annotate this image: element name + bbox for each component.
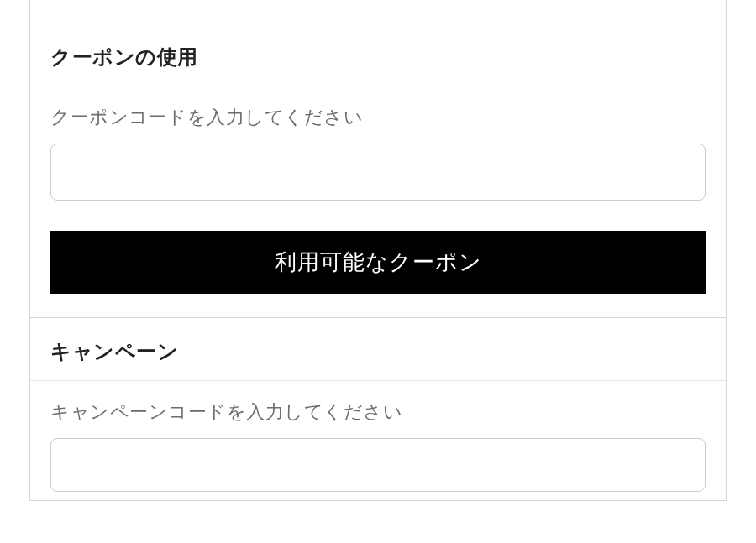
coupon-body: クーポンコードを入力してください 利用可能なクーポン — [30, 86, 726, 317]
campaign-heading: キャンペーン — [30, 318, 726, 381]
campaign-input-label: キャンペーンコードを入力してください — [50, 399, 706, 425]
coupon-code-input[interactable] — [50, 144, 706, 201]
campaign-code-input[interactable] — [50, 438, 706, 492]
coupon-input-label: クーポンコードを入力してください — [50, 105, 706, 130]
available-coupons-button[interactable]: 利用可能なクーポン — [50, 231, 706, 294]
campaign-body: キャンペーンコードを入力してください — [30, 381, 726, 500]
coupon-panel: クーポンの使用 クーポンコードを入力してください 利用可能なクーポン — [29, 23, 727, 318]
coupon-heading: クーポンの使用 — [30, 23, 726, 86]
campaign-panel: キャンペーン キャンペーンコードを入力してください — [29, 318, 727, 501]
previous-panel-bottom — [29, 0, 727, 23]
